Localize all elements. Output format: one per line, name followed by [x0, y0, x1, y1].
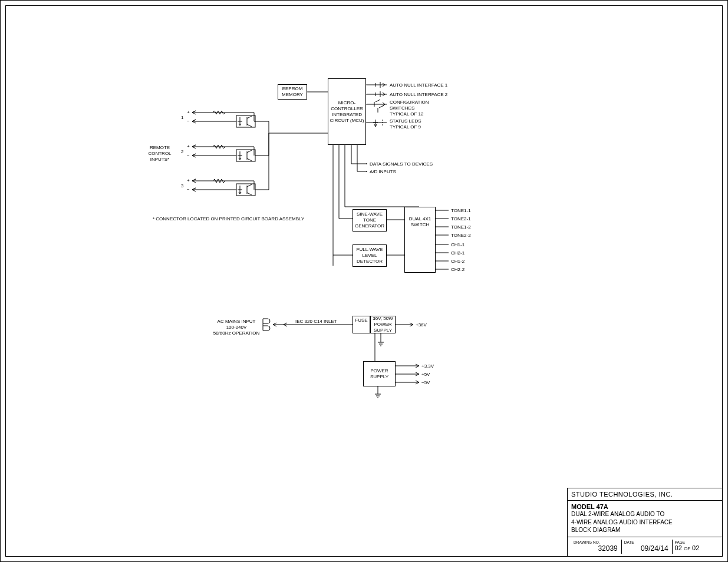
label-auto-null-2: AUTO NULL INTERFACE 2 [390, 92, 447, 98]
label-plus36v: +36V [416, 322, 427, 328]
block-psu36: 36V, 50W POWER SUPPLY [370, 316, 396, 333]
label-connector-note: * CONNECTOR LOCATED ON PRINTED CIRCUIT B… [153, 216, 304, 222]
label-config-switches: CONFIGURATION SWITCHES TYPICAL OF 12 [390, 100, 429, 117]
title-page-total: 02 [692, 544, 699, 551]
title-date: DATE 09/24/14 [622, 540, 673, 554]
label-auto-null-1: AUTO NULL INTERFACE 1 [390, 82, 447, 88]
block-sine-wave: SINE-WAVE TONE GENERATOR [353, 209, 387, 232]
label-tone2-2: TONE2-2 [451, 233, 471, 239]
label-ch3: 3 [181, 183, 183, 189]
title-block: STUDIO TECHNOLOGIES, INC. MODEL 47A DUAL… [567, 488, 723, 557]
label-ch2-2: CH2-2 [451, 267, 465, 273]
block-fuse-label: FUSE [355, 318, 367, 323]
block-psu36-label: 36V, 50W POWER SUPPLY [372, 316, 394, 333]
title-page-of: OF [684, 546, 690, 551]
title-page-val: 02 OF 02 [675, 544, 716, 551]
label-ch1: 1 [181, 115, 183, 121]
title-page-num: 02 [675, 544, 682, 551]
label-ac-mains: AC MAINS INPUT 100-240V 50/60Hz OPERATIO… [210, 319, 263, 336]
label-tone1-2: TONE1-2 [451, 224, 471, 230]
title-model: MODEL 47A [571, 503, 719, 510]
label-plus-3: + [187, 178, 190, 184]
title-desc-1: DUAL 2-WIRE ANALOG AUDIO TO [571, 510, 719, 518]
block-dual-switch: DUAL 4X1 SWITCH [404, 207, 436, 273]
label-tone1-1: TONE1-1 [451, 208, 471, 214]
block-mcu-label: MICRO- CONTROLLER INTEGRATED CIRCUIT (MC… [330, 100, 364, 124]
label-ch2-1: CH2-1 [451, 250, 465, 256]
label-ad-inputs: A/D INPUTS [370, 169, 396, 175]
title-drawingno-val: 32039 [574, 544, 619, 553]
label-status-leds: STATUS LEDS TYPICAL OF 9 [390, 118, 421, 130]
block-detector-label: FULL-WAVE LEVEL DETECTOR [354, 247, 385, 265]
block-eeprom: EEPROM MEMORY [278, 84, 307, 100]
title-description: MODEL 47A DUAL 2-WIRE ANALOG AUDIO TO 4-… [568, 501, 722, 537]
label-minus-3: − [187, 187, 190, 193]
label-plus3v3: +3.3V [421, 363, 434, 369]
label-data-signals: DATA SIGNALS TO DEVICES [370, 161, 433, 167]
label-iec-inlet: IEC 320 C14 INLET [295, 319, 337, 325]
title-company: STUDIO TECHNOLOGIES, INC. [568, 488, 722, 501]
label-ch2: 2 [181, 149, 183, 155]
label-minus-2: − [187, 153, 190, 158]
title-footer: DRAWING NO. 32039 DATE 09/24/14 PAGE 02 … [568, 537, 722, 557]
title-desc-3: BLOCK DIAGRAM [571, 526, 719, 534]
block-psu2: POWER SUPPLY [363, 361, 396, 386]
label-minus-1: − [187, 118, 190, 124]
label-tone2-1: TONE2-1 [451, 216, 471, 222]
title-date-val: 09/24/14 [624, 544, 670, 553]
block-fuse: FUSE [353, 316, 370, 333]
block-sine-label: SINE-WAVE TONE GENERATOR [354, 211, 385, 229]
label-ch1-2: CH1-2 [451, 259, 465, 265]
label-remote-inputs: REMOTE CONTROL INPUTS* [142, 145, 177, 163]
label-plus5v: +5V [421, 372, 430, 378]
title-drawing-no: DRAWING NO. 32039 [571, 540, 622, 554]
label-plus-2: + [187, 144, 190, 150]
block-detector: FULL-WAVE LEVEL DETECTOR [353, 244, 387, 267]
block-switch-label: DUAL 4X1 SWITCH [406, 216, 434, 228]
label-ch1-1: CH1-1 [451, 242, 465, 248]
title-desc-2: 4-WIRE ANALOG AUDIO INTERFACE [571, 518, 719, 527]
block-psu2-label: POWER SUPPLY [365, 368, 394, 380]
label-plus-1: + [187, 110, 190, 115]
title-page: PAGE 02 OF 02 [673, 540, 719, 554]
drawing-sheet: EEPROM MEMORY MICRO- CONTROLLER INTEGRAT… [0, 0, 728, 562]
label-minus5v: −5V [421, 380, 430, 386]
block-mcu: MICRO- CONTROLLER INTEGRATED CIRCUIT (MC… [328, 78, 366, 145]
block-eeprom-label: EEPROM MEMORY [279, 86, 305, 98]
